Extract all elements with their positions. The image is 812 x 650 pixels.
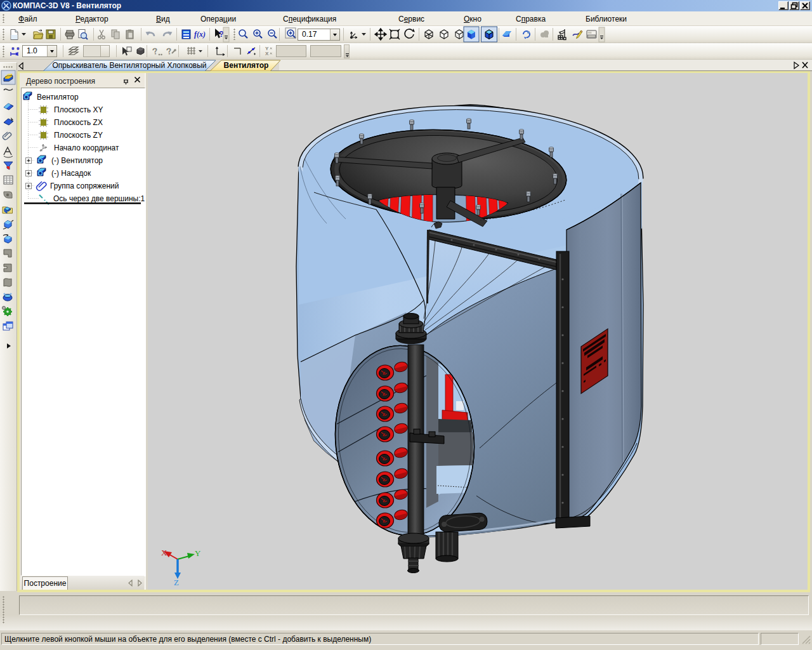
svg-text:?: ? [151,46,159,56]
svg-text:X: X [161,548,167,557]
svg-text:Вентилятор: Вентилятор [224,61,269,70]
svg-text:Опрыскиватель Вентиляторный Хл: Опрыскиватель Вентиляторный Хлопковый [52,61,206,70]
svg-text:?: ? [165,46,173,56]
svg-text:X: X [265,51,269,56]
svg-text:Z: Z [174,578,179,587]
svg-text:Y: Y [195,548,201,558]
svg-text:f(x): f(x) [194,30,206,39]
